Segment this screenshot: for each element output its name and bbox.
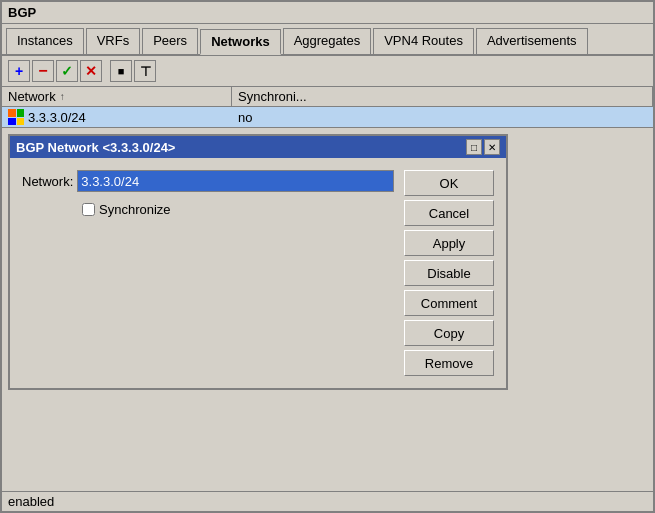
disable-button[interactable]: Disable [404, 260, 494, 286]
col-synchronize: Synchroni... [232, 87, 653, 106]
synchronize-checkbox[interactable] [82, 203, 95, 216]
check-button[interactable]: ✓ [56, 60, 78, 82]
sort-arrow-icon: ↑ [60, 91, 65, 102]
main-window: BGP Instances VRFs Peers Networks Aggreg… [0, 0, 655, 513]
synchronize-row: Synchronize [82, 202, 394, 217]
dialog-title: BGP Network <3.3.3.0/24> [16, 140, 175, 155]
dialog-box: BGP Network <3.3.3.0/24> □ ✕ Network: Sy… [8, 134, 508, 390]
cell-network: 3.3.3.0/24 [2, 107, 232, 127]
status-bar: enabled [2, 491, 653, 511]
tab-advertisements[interactable]: Advertisements [476, 28, 588, 54]
add-button[interactable]: + [8, 60, 30, 82]
tab-networks[interactable]: Networks [200, 29, 281, 55]
table-row[interactable]: 3.3.3.0/24 no [2, 107, 653, 127]
square-button[interactable]: ■ [110, 60, 132, 82]
toolbar: + − ✓ ✕ ■ ⊤ [2, 56, 653, 87]
network-input[interactable] [77, 170, 394, 192]
cross-button[interactable]: ✕ [80, 60, 102, 82]
dialog-title-bar: BGP Network <3.3.3.0/24> □ ✕ [10, 136, 506, 158]
network-label: Network: [22, 174, 73, 189]
tab-peers[interactable]: Peers [142, 28, 198, 54]
cancel-button[interactable]: Cancel [404, 200, 494, 226]
col-network: Network ↑ [2, 87, 232, 106]
tab-bar: Instances VRFs Peers Networks Aggregates… [2, 24, 653, 56]
comment-button[interactable]: Comment [404, 290, 494, 316]
dialog-title-buttons: □ ✕ [466, 139, 500, 155]
dialog-close-button[interactable]: ✕ [484, 139, 500, 155]
dialog-area: BGP Network <3.3.3.0/24> □ ✕ Network: Sy… [2, 128, 653, 491]
synchronize-label: Synchronize [99, 202, 171, 217]
network-icon [8, 109, 24, 125]
status-text: enabled [8, 494, 54, 509]
dialog-right-panel: OK Cancel Apply Disable Comment [404, 170, 494, 376]
dialog-left-panel: Network: Synchronize [22, 170, 394, 376]
network-field-row: Network: [22, 170, 394, 192]
tab-vrfs[interactable]: VRFs [86, 28, 141, 54]
tab-vpn4routes[interactable]: VPN4 Routes [373, 28, 474, 54]
title-bar: BGP [2, 2, 653, 24]
window-title: BGP [8, 5, 36, 20]
tab-instances[interactable]: Instances [6, 28, 84, 54]
filter-button[interactable]: ⊤ [134, 60, 156, 82]
copy-button[interactable]: Copy [404, 320, 494, 346]
tab-aggregates[interactable]: Aggregates [283, 28, 372, 54]
remove-toolbar-button[interactable]: − [32, 60, 54, 82]
network-table: Network ↑ Synchroni... 3.3.3.0/24 no [2, 87, 653, 128]
table-header: Network ↑ Synchroni... [2, 87, 653, 107]
ok-button[interactable]: OK [404, 170, 494, 196]
dialog-content: Network: Synchronize OK Cancel [10, 158, 506, 388]
apply-button[interactable]: Apply [404, 230, 494, 256]
remove-button[interactable]: Remove [404, 350, 494, 376]
cell-synchronize: no [232, 108, 653, 127]
dialog-restore-button[interactable]: □ [466, 139, 482, 155]
